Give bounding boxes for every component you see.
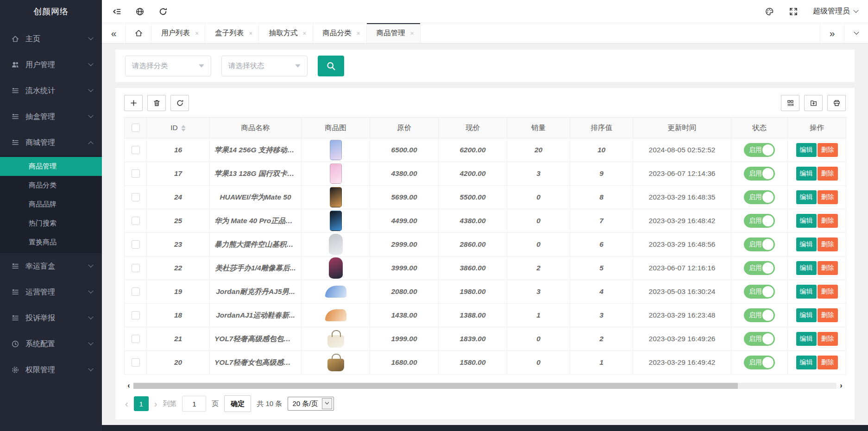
cell-product-name[interactable]: YOL7轻奢高级感包包妈... (210, 327, 302, 351)
cell-product-name[interactable]: 暴力熊大摆件空山基积木... (210, 233, 302, 256)
close-tab-icon[interactable]: × (195, 30, 199, 37)
status-toggle[interactable]: 启用 (744, 190, 775, 204)
sidebar-subitem[interactable]: 热门搜索 (0, 214, 102, 233)
refresh-icon[interactable] (158, 7, 168, 16)
delete-button[interactable]: 删除 (818, 356, 838, 369)
edit-button[interactable]: 编辑 (796, 261, 817, 275)
close-tab-icon[interactable]: × (410, 30, 414, 37)
scroll-right-icon[interactable]: › (837, 382, 846, 389)
cell-product-name[interactable]: HUAWEI/华为Mate 50 (210, 186, 302, 209)
edit-button[interactable]: 编辑 (796, 190, 817, 204)
page-number-button[interactable]: 1 (134, 396, 149, 411)
goto-page-input[interactable] (182, 396, 206, 412)
close-tab-icon[interactable]: × (249, 30, 252, 37)
next-page-button[interactable]: › (154, 399, 157, 408)
tab[interactable]: 商品分类× (313, 23, 367, 43)
row-checkbox[interactable] (132, 287, 140, 296)
tabs-scroll-left-button[interactable]: « (102, 23, 126, 43)
delete-button[interactable]: 删除 (818, 167, 838, 181)
columns-toggle-button[interactable] (781, 95, 799, 111)
row-checkbox[interactable] (132, 193, 140, 201)
row-checkbox[interactable] (132, 264, 140, 272)
tab[interactable]: 抽取方式× (259, 23, 313, 43)
status-toggle[interactable]: 启用 (744, 237, 775, 251)
cell-product-name[interactable]: 苹果14 256G 支持移动联... (210, 138, 302, 162)
fullscreen-icon[interactable] (789, 7, 798, 16)
sidebar-item[interactable]: 抽盒管理 (0, 104, 102, 130)
row-checkbox[interactable] (132, 335, 140, 343)
category-select[interactable]: 请选择分类 (125, 56, 211, 76)
column-header-id[interactable]: ID (147, 118, 210, 138)
scrollbar-track[interactable] (133, 383, 837, 389)
tab[interactable]: 用户列表× (151, 23, 205, 43)
tabs-scroll-right-button[interactable]: » (820, 23, 844, 43)
status-toggle[interactable]: 启用 (744, 214, 775, 228)
row-checkbox[interactable] (132, 240, 140, 249)
confirm-button[interactable]: 确定 (224, 395, 251, 412)
sidebar-item[interactable]: 权限管理 (0, 357, 102, 383)
status-toggle[interactable]: 启用 (744, 332, 775, 346)
delete-button[interactable]: 删除 (818, 285, 838, 299)
delete-button[interactable]: 删除 (818, 143, 838, 157)
delete-button[interactable]: 删除 (818, 332, 838, 346)
cell-product-name[interactable]: 美杜莎手办1/4雕像幕后... (210, 256, 302, 280)
refresh-table-button[interactable] (170, 95, 189, 111)
edit-button[interactable]: 编辑 (796, 143, 817, 157)
delete-button[interactable]: 删除 (818, 237, 838, 251)
status-toggle[interactable]: 启用 (744, 261, 775, 275)
sidebar-item[interactable]: 流水统计 (0, 78, 102, 104)
row-checkbox[interactable] (132, 217, 140, 225)
cell-product-name[interactable]: JordanAJ1运动鞋春新... (210, 304, 302, 327)
user-menu[interactable]: 超级管理员 (813, 6, 858, 16)
globe-icon[interactable] (135, 7, 145, 16)
theme-palette-icon[interactable] (765, 7, 774, 16)
tab[interactable]: 商品管理× (367, 23, 421, 43)
tabs-menu-button[interactable] (844, 23, 868, 43)
cell-product-name[interactable]: 华为 Mate 40 Pro正品华... (210, 209, 302, 233)
edit-button[interactable]: 编辑 (796, 214, 817, 228)
select-all-checkbox[interactable] (132, 124, 140, 132)
status-toggle[interactable]: 启用 (744, 167, 775, 181)
batch-delete-button[interactable] (147, 95, 166, 111)
edit-button[interactable]: 编辑 (796, 167, 817, 181)
horizontal-scrollbar[interactable]: ‹ › (124, 382, 846, 389)
export-button[interactable] (804, 95, 823, 111)
edit-button[interactable]: 编辑 (796, 237, 817, 251)
sidebar-subitem[interactable]: 商品管理 (0, 157, 102, 176)
scroll-left-icon[interactable]: ‹ (124, 382, 133, 389)
delete-button[interactable]: 删除 (818, 214, 838, 228)
edit-button[interactable]: 编辑 (796, 332, 817, 346)
sort-icon[interactable] (181, 125, 186, 131)
sidebar-subitem[interactable]: 商品分类 (0, 176, 102, 195)
add-button[interactable] (124, 95, 143, 111)
scrollbar-thumb[interactable] (133, 383, 738, 389)
edit-button[interactable]: 编辑 (796, 285, 817, 299)
row-checkbox[interactable] (132, 169, 140, 178)
sidebar-subitem[interactable]: 商品品牌 (0, 195, 102, 214)
close-tab-icon[interactable]: × (357, 30, 360, 37)
row-checkbox[interactable] (132, 311, 140, 319)
status-toggle[interactable]: 启用 (744, 143, 775, 157)
sidebar-item[interactable]: 商城管理 (0, 130, 102, 156)
sidebar-item[interactable]: 主页 (0, 26, 102, 52)
delete-button[interactable]: 删除 (818, 308, 838, 322)
edit-button[interactable]: 编辑 (796, 308, 817, 322)
status-toggle[interactable]: 启用 (744, 308, 775, 322)
sidebar-item[interactable]: 投诉举报 (0, 305, 102, 331)
sidebar-item[interactable]: 幸运盲盒 (0, 253, 102, 279)
prev-page-button[interactable]: ‹ (125, 399, 128, 408)
edit-button[interactable]: 编辑 (796, 356, 817, 369)
sidebar-item[interactable]: 用户管理 (0, 52, 102, 78)
delete-button[interactable]: 删除 (818, 190, 838, 204)
row-checkbox[interactable] (132, 358, 140, 367)
delete-button[interactable]: 删除 (818, 261, 838, 275)
status-toggle[interactable]: 启用 (744, 356, 775, 369)
page-size-select[interactable]: 20 条/页 (288, 397, 334, 411)
status-toggle[interactable]: 启用 (744, 285, 775, 299)
sidebar-subitem[interactable]: 置换商品 (0, 233, 102, 252)
cell-product-name[interactable]: Jordan耐克乔丹AJ5男... (210, 280, 302, 304)
tab[interactable]: 盒子列表× (205, 23, 259, 43)
status-select[interactable]: 请选择状态 (221, 56, 308, 76)
home-tab[interactable] (126, 23, 151, 43)
collapse-sidebar-icon[interactable] (112, 7, 121, 16)
